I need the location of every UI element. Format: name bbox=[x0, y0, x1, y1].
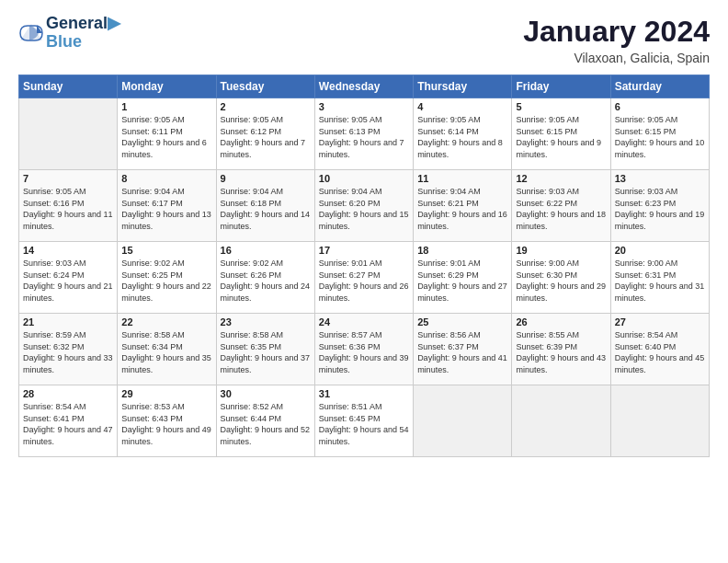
daylight-label: Daylight: 9 hours and 19 minutes. bbox=[615, 210, 705, 231]
calendar-cell: 3 Sunrise: 9:05 AM Sunset: 6:13 PM Dayli… bbox=[314, 98, 413, 170]
calendar-cell: 21 Sunrise: 8:59 AM Sunset: 6:32 PM Dayl… bbox=[19, 314, 118, 385]
day-info: Sunrise: 8:58 AM Sunset: 6:34 PM Dayligh… bbox=[121, 329, 211, 375]
calendar-cell: 29 Sunrise: 8:53 AM Sunset: 6:43 PM Dayl… bbox=[118, 385, 216, 457]
daylight-label: Daylight: 9 hours and 37 minutes. bbox=[221, 353, 311, 374]
day-number: 2 bbox=[221, 101, 311, 112]
calendar-page: General▶ Blue January 2024 Vilaxoan, Gal… bbox=[0, 0, 728, 563]
calendar-header-row: Sunday Monday Tuesday Wednesday Thursday… bbox=[19, 75, 710, 98]
sunrise-label: Sunrise: 9:04 AM bbox=[417, 187, 481, 196]
calendar-cell: 28 Sunrise: 8:54 AM Sunset: 6:41 PM Dayl… bbox=[19, 385, 118, 457]
day-info: Sunrise: 9:05 AM Sunset: 6:16 PM Dayligh… bbox=[23, 186, 113, 232]
day-info: Sunrise: 9:03 AM Sunset: 6:24 PM Dayligh… bbox=[23, 258, 113, 304]
day-number: 9 bbox=[221, 173, 311, 184]
daylight-label: Daylight: 9 hours and 47 minutes. bbox=[23, 425, 113, 446]
sunrise-label: Sunrise: 8:56 AM bbox=[417, 330, 481, 339]
daylight-label: Daylight: 9 hours and 22 minutes. bbox=[121, 282, 211, 303]
calendar-cell: 31 Sunrise: 8:51 AM Sunset: 6:45 PM Dayl… bbox=[314, 385, 413, 457]
sunrise-label: Sunrise: 8:51 AM bbox=[319, 402, 382, 411]
daylight-label: Daylight: 9 hours and 24 minutes. bbox=[221, 282, 311, 303]
day-number: 30 bbox=[221, 388, 311, 399]
day-number: 26 bbox=[516, 316, 606, 327]
sunset-label: Sunset: 6:34 PM bbox=[121, 342, 183, 351]
day-info: Sunrise: 9:05 AM Sunset: 6:14 PM Dayligh… bbox=[417, 114, 507, 160]
daylight-label: Daylight: 9 hours and 45 minutes. bbox=[615, 353, 705, 374]
daylight-label: Daylight: 9 hours and 27 minutes. bbox=[417, 282, 507, 303]
sunrise-label: Sunrise: 9:02 AM bbox=[121, 259, 185, 268]
sunrise-label: Sunrise: 9:03 AM bbox=[23, 259, 86, 268]
day-info: Sunrise: 9:02 AM Sunset: 6:26 PM Dayligh… bbox=[221, 258, 311, 304]
calendar-cell: 2 Sunrise: 9:05 AM Sunset: 6:12 PM Dayli… bbox=[216, 98, 314, 170]
day-info: Sunrise: 9:05 AM Sunset: 6:13 PM Dayligh… bbox=[319, 114, 409, 160]
daylight-label: Daylight: 9 hours and 31 minutes. bbox=[615, 282, 705, 303]
day-info: Sunrise: 9:04 AM Sunset: 6:18 PM Dayligh… bbox=[221, 186, 311, 232]
daylight-label: Daylight: 9 hours and 41 minutes. bbox=[417, 353, 507, 374]
daylight-label: Daylight: 9 hours and 43 minutes. bbox=[516, 353, 606, 374]
col-tuesday: Tuesday bbox=[216, 75, 314, 98]
daylight-label: Daylight: 9 hours and 9 minutes. bbox=[516, 138, 601, 159]
sunrise-label: Sunrise: 8:52 AM bbox=[221, 402, 284, 411]
calendar-cell: 11 Sunrise: 9:04 AM Sunset: 6:21 PM Dayl… bbox=[414, 170, 512, 242]
calendar-cell: 30 Sunrise: 8:52 AM Sunset: 6:44 PM Dayl… bbox=[216, 385, 314, 457]
daylight-label: Daylight: 9 hours and 6 minutes. bbox=[121, 138, 207, 159]
month-title: January 2024 bbox=[523, 15, 710, 49]
day-number: 1 bbox=[121, 101, 211, 112]
sunrise-label: Sunrise: 9:05 AM bbox=[23, 187, 86, 196]
calendar-week-row: 14 Sunrise: 9:03 AM Sunset: 6:24 PM Dayl… bbox=[19, 242, 710, 314]
sunrise-label: Sunrise: 9:00 AM bbox=[615, 259, 678, 268]
calendar-week-row: 28 Sunrise: 8:54 AM Sunset: 6:41 PM Dayl… bbox=[19, 385, 710, 457]
daylight-label: Daylight: 9 hours and 8 minutes. bbox=[417, 138, 503, 159]
day-info: Sunrise: 9:02 AM Sunset: 6:25 PM Dayligh… bbox=[121, 258, 211, 304]
sunset-label: Sunset: 6:16 PM bbox=[23, 199, 85, 208]
day-info: Sunrise: 8:58 AM Sunset: 6:35 PM Dayligh… bbox=[221, 329, 311, 375]
daylight-label: Daylight: 9 hours and 21 minutes. bbox=[23, 282, 113, 303]
day-info: Sunrise: 8:57 AM Sunset: 6:36 PM Dayligh… bbox=[319, 329, 409, 375]
daylight-label: Daylight: 9 hours and 10 minutes. bbox=[615, 138, 705, 159]
sunset-label: Sunset: 6:15 PM bbox=[615, 127, 677, 136]
col-saturday: Saturday bbox=[610, 75, 709, 98]
day-number: 16 bbox=[221, 245, 311, 256]
day-info: Sunrise: 8:59 AM Sunset: 6:32 PM Dayligh… bbox=[23, 329, 113, 375]
title-block: January 2024 Vilaxoan, Galicia, Spain bbox=[523, 15, 710, 65]
sunset-label: Sunset: 6:45 PM bbox=[319, 414, 381, 423]
sunrise-label: Sunrise: 8:54 AM bbox=[615, 330, 678, 339]
daylight-label: Daylight: 9 hours and 18 minutes. bbox=[516, 210, 606, 231]
day-number: 8 bbox=[121, 173, 211, 184]
day-number: 14 bbox=[23, 245, 113, 256]
logo: General▶ Blue bbox=[18, 15, 120, 52]
sunrise-label: Sunrise: 9:02 AM bbox=[221, 259, 284, 268]
day-number: 10 bbox=[319, 173, 409, 184]
sunset-label: Sunset: 6:14 PM bbox=[417, 127, 479, 136]
day-info: Sunrise: 9:04 AM Sunset: 6:20 PM Dayligh… bbox=[319, 186, 409, 232]
day-info: Sunrise: 9:04 AM Sunset: 6:17 PM Dayligh… bbox=[121, 186, 211, 232]
day-number: 20 bbox=[615, 245, 705, 256]
day-info: Sunrise: 9:01 AM Sunset: 6:29 PM Dayligh… bbox=[417, 258, 507, 304]
sunset-label: Sunset: 6:13 PM bbox=[319, 127, 381, 136]
calendar-cell: 15 Sunrise: 9:02 AM Sunset: 6:25 PM Dayl… bbox=[118, 242, 216, 314]
sunset-label: Sunset: 6:11 PM bbox=[121, 127, 183, 136]
calendar-cell: 24 Sunrise: 8:57 AM Sunset: 6:36 PM Dayl… bbox=[314, 314, 413, 385]
day-info: Sunrise: 9:05 AM Sunset: 6:11 PM Dayligh… bbox=[121, 114, 211, 160]
daylight-label: Daylight: 9 hours and 35 minutes. bbox=[121, 353, 211, 374]
day-number: 22 bbox=[121, 316, 211, 327]
calendar-cell: 1 Sunrise: 9:05 AM Sunset: 6:11 PM Dayli… bbox=[118, 98, 216, 170]
daylight-label: Daylight: 9 hours and 49 minutes. bbox=[121, 425, 211, 446]
sunrise-label: Sunrise: 9:04 AM bbox=[221, 187, 284, 196]
sunrise-label: Sunrise: 8:57 AM bbox=[319, 330, 382, 339]
day-info: Sunrise: 9:01 AM Sunset: 6:27 PM Dayligh… bbox=[319, 258, 409, 304]
day-info: Sunrise: 8:56 AM Sunset: 6:37 PM Dayligh… bbox=[417, 329, 507, 375]
sunrise-label: Sunrise: 8:53 AM bbox=[121, 402, 185, 411]
day-info: Sunrise: 8:51 AM Sunset: 6:45 PM Dayligh… bbox=[319, 401, 409, 447]
day-number: 25 bbox=[417, 316, 507, 327]
daylight-label: Daylight: 9 hours and 33 minutes. bbox=[23, 353, 113, 374]
sunset-label: Sunset: 6:27 PM bbox=[319, 270, 381, 280]
sunset-label: Sunset: 6:44 PM bbox=[221, 414, 282, 423]
sunset-label: Sunset: 6:31 PM bbox=[615, 270, 677, 280]
day-number: 17 bbox=[319, 245, 409, 256]
calendar-week-row: 1 Sunrise: 9:05 AM Sunset: 6:11 PM Dayli… bbox=[19, 98, 710, 170]
daylight-label: Daylight: 9 hours and 11 minutes. bbox=[23, 210, 113, 231]
col-wednesday: Wednesday bbox=[314, 75, 413, 98]
calendar-week-row: 21 Sunrise: 8:59 AM Sunset: 6:32 PM Dayl… bbox=[19, 314, 710, 385]
daylight-label: Daylight: 9 hours and 7 minutes. bbox=[221, 138, 306, 159]
sunrise-label: Sunrise: 9:00 AM bbox=[516, 259, 579, 268]
calendar-cell: 4 Sunrise: 9:05 AM Sunset: 6:14 PM Dayli… bbox=[414, 98, 512, 170]
